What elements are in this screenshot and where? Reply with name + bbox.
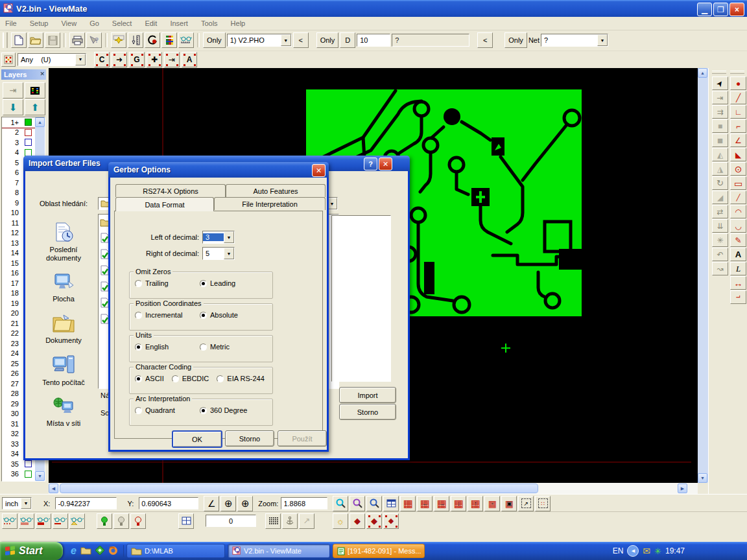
radio-quadrant[interactable]: Quadrant <box>135 406 200 414</box>
settings-gear-button[interactable]: ✳ <box>712 233 728 247</box>
layer-stack-button[interactable] <box>25 82 45 99</box>
close-button[interactable]: × <box>729 3 744 16</box>
draw-rect-button[interactable]: ▭ <box>730 176 746 190</box>
dcode-button[interactable]: D <box>340 32 355 48</box>
layer-color-swatch[interactable] <box>25 139 32 146</box>
fill-square-large-button[interactable]: ■ <box>712 134 728 147</box>
menu-edit[interactable]: Edit <box>145 19 157 27</box>
open-file-button[interactable] <box>28 32 43 48</box>
close-icon[interactable]: ✕ <box>379 158 392 170</box>
exchange-tool-button[interactable]: ⇄ <box>712 205 728 218</box>
place-computer[interactable]: Tento počítač <box>32 355 95 387</box>
glasses-dots-button[interactable] <box>2 513 18 529</box>
menu-file[interactable]: File <box>5 19 17 27</box>
anchor-button[interactable] <box>282 513 298 529</box>
help-icon[interactable]: ? <box>364 158 377 170</box>
arrow-pads-button[interactable]: ➜ <box>112 52 127 67</box>
select-cursor-button[interactable]: ➤ <box>712 76 728 90</box>
diamond-marker-button[interactable]: ◆ <box>350 513 365 529</box>
pan-left-button[interactable]: ▦← <box>417 496 433 511</box>
origin-crosshair-button[interactable]: ⊕ <box>220 496 236 511</box>
radio-ascii[interactable]: ASCII <box>135 375 164 382</box>
icq-icon[interactable]: ✳ <box>654 546 661 556</box>
draw-angle-button[interactable]: ∠ <box>730 134 746 147</box>
toolbox-handle[interactable] <box>730 71 744 74</box>
select-zoom-button[interactable]: ↗ <box>518 496 534 511</box>
menu-help[interactable]: Help <box>231 19 246 27</box>
dots-grid-button[interactable] <box>265 513 281 529</box>
toolbox-handle[interactable] <box>712 71 726 74</box>
chevron-down-icon[interactable]: ▼ <box>75 54 86 65</box>
previous-net-button[interactable]: < <box>477 32 493 48</box>
step-repeat-button[interactable]: ⇊ <box>712 219 728 233</box>
clock[interactable]: 19:47 <box>665 546 685 555</box>
measure-tool-button[interactable] <box>128 32 143 48</box>
draw-hook-button[interactable]: ⌐ <box>730 290 746 304</box>
move-pads-button[interactable]: ⇉ <box>712 105 728 119</box>
grid-value-field[interactable]: 0 <box>206 515 256 527</box>
context-help-button[interactable]: ? <box>86 32 102 48</box>
ie-icon[interactable]: e <box>71 545 77 557</box>
goto-layer-button[interactable]: ⇥ <box>3 82 23 99</box>
text-l-button[interactable]: L <box>730 262 746 275</box>
firefox-icon[interactable] <box>108 546 118 557</box>
draw-circle-button[interactable]: ⊙ <box>730 162 746 176</box>
window-grid-button[interactable] <box>383 496 399 511</box>
title-bar[interactable]: V2.bin - ViewMate ▁ ❐ × <box>0 0 747 17</box>
undo-tool-button[interactable]: ↶ <box>712 248 728 261</box>
canvas-horizontal-scrollbar[interactable]: ◀ ▶ <box>49 483 698 494</box>
draw-line-button[interactable]: ╱ <box>730 91 746 104</box>
diamond-marker-dots-button[interactable]: ◆ <box>383 513 399 529</box>
letter-a-button[interactable]: A <box>182 52 197 67</box>
chevron-down-icon[interactable]: ▼ <box>21 498 31 509</box>
pan-right-button[interactable]: ▦→ <box>434 496 449 511</box>
tab-file-interpretation[interactable]: File Interpretation <box>214 197 326 210</box>
tab-data-format[interactable]: Data Format <box>115 197 214 211</box>
task-button-1[interactable]: D:\MLAB <box>126 544 225 558</box>
angle-measure-button[interactable]: ∠ <box>204 496 219 511</box>
layer-colors-button[interactable] <box>161 32 177 48</box>
scroll-down-icon[interactable]: ▼ <box>698 473 707 483</box>
x-coordinate-field[interactable]: -0.942237 <box>55 497 117 509</box>
scrollbar-thumb[interactable] <box>60 484 538 493</box>
item-type-combo[interactable]: Any (U) ▼ <box>18 53 86 66</box>
diamond-marker-alt-button[interactable]: ◆ <box>366 513 382 529</box>
draw-triangle-button[interactable]: ◣ <box>730 148 746 161</box>
rotate-tool-button[interactable]: ↻ <box>712 176 728 190</box>
radio-360-degree[interactable]: 360 Degree <box>200 406 248 414</box>
radio-english[interactable]: English <box>135 343 200 351</box>
layer-select-combo[interactable]: 1) V2.PHO ▼ <box>227 34 292 47</box>
zoom-in-grid-button[interactable]: ▦▣ <box>501 496 517 511</box>
radio-leading[interactable]: Leading <box>200 279 235 287</box>
glasses-underline-button[interactable] <box>53 513 68 529</box>
cross-pads-button[interactable]: ✚ <box>147 52 162 67</box>
lamp-on-button[interactable] <box>97 513 112 529</box>
pan-up-button[interactable]: ▦↑ <box>468 496 483 511</box>
draw-pad-button[interactable]: ● <box>730 76 746 90</box>
only-layer-button[interactable]: Only <box>203 32 226 48</box>
import-button[interactable]: Import <box>339 387 396 403</box>
chevron-down-icon[interactable]: ▼ <box>281 34 291 46</box>
dcode-input[interactable]: 10 <box>357 34 390 47</box>
start-button[interactable]: Start <box>0 542 63 560</box>
gerber-dialog-title-bar[interactable]: Gerber Options ✕ <box>108 162 329 178</box>
selection-grid-button[interactable] <box>1 52 16 67</box>
dimension-width-button[interactable]: ↔ <box>730 276 746 290</box>
only-net-button[interactable]: Only <box>504 32 527 48</box>
flash-marker-button[interactable]: ☼ <box>333 513 348 529</box>
radio-ebcdic[interactable]: EBCDIC <box>172 375 209 382</box>
draw-curve-button[interactable]: ◠ <box>730 205 746 218</box>
draw-chord-button[interactable]: ◡ <box>730 219 746 233</box>
radio-trailing[interactable]: Trailing <box>135 279 200 287</box>
ok-button[interactable]: OK <box>172 430 222 448</box>
mirror-vertical-button[interactable]: ◮ <box>712 162 728 176</box>
previous-dcode-button[interactable]: < <box>293 32 309 48</box>
letter-c-button[interactable]: C <box>94 52 110 67</box>
radio-absolute[interactable]: Absolute <box>200 311 238 319</box>
task-button-3[interactable]: [191-482-091] - Mess... <box>333 544 425 558</box>
glasses-highlight-button[interactable] <box>69 513 85 529</box>
chevron-down-icon[interactable]: ▼ <box>597 34 608 46</box>
menu-insert[interactable]: Insert <box>170 19 188 27</box>
place-recent-documents[interactable]: Poslední dokumenty <box>32 222 95 262</box>
storno-button[interactable]: Storno <box>339 404 396 420</box>
